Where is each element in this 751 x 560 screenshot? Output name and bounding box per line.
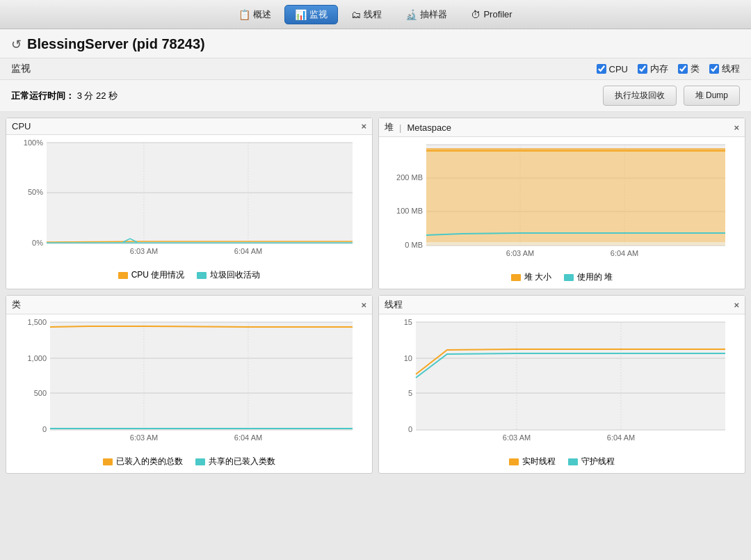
svg-text:0%: 0% — [32, 239, 43, 247]
svg-text:6:03 AM: 6:03 AM — [506, 249, 534, 257]
threads-chart-panel: 线程 × — [378, 295, 745, 474]
heap-title-left: 堆 — [385, 121, 394, 134]
heap-header-dual: 堆 | Metaspace — [385, 121, 451, 134]
svg-text:6:04 AM: 6:04 AM — [234, 433, 262, 442]
svg-text:1,500: 1,500 — [27, 319, 47, 326]
tab-overview-label: 概述 — [253, 8, 271, 21]
heap-title-right: Metaspace — [407, 122, 451, 133]
svg-text:6:04 AM: 6:04 AM — [234, 247, 262, 255]
checkbox-cpu[interactable]: CPU — [597, 64, 628, 74]
tab-overview[interactable]: 📋 概述 — [228, 5, 282, 24]
legend-gc-activity: 垃圾回收活动 — [197, 269, 260, 281]
legend-used-heap-box — [564, 274, 574, 281]
checkbox-class[interactable]: 类 — [678, 63, 700, 75]
legend-total-classes-box — [103, 458, 113, 465]
cpu-chart-svg: 100% 50% 0% 6:03 AM 6:04 AM — [12, 139, 366, 264]
tab-monitor-label: 监视 — [309, 8, 328, 21]
charts-grid: CPU × 100% — [0, 112, 751, 479]
legend-cpu-usage: CPU 使用情况 — [118, 269, 185, 281]
svg-text:6:03 AM: 6:03 AM — [130, 247, 158, 255]
cpu-chart-close[interactable]: × — [361, 121, 366, 131]
action-buttons: 执行垃圾回收 堆 Dump — [603, 86, 740, 106]
classes-chart-svg: 1,500 1,000 500 0 6:03 AM 6:04 AM — [12, 319, 366, 451]
cpu-chart-legend: CPU 使用情况 垃圾回收活动 — [12, 266, 366, 285]
uptime-bar: 正常运行时间： 3 分 22 秒 执行垃圾回收 堆 Dump — [0, 80, 751, 112]
classes-chart-title: 类 — [12, 298, 21, 311]
thread-checkbox[interactable] — [709, 64, 719, 74]
tab-threads-label: 线程 — [364, 8, 382, 21]
legend-cpu-usage-box — [118, 272, 128, 279]
classes-chart-panel: 类 × — [6, 295, 373, 474]
classes-chart-header: 类 × — [6, 296, 372, 314]
svg-rect-27 — [50, 322, 353, 430]
svg-text:6:04 AM: 6:04 AM — [607, 433, 635, 442]
monitor-title: 监视 — [11, 63, 31, 75]
tab-profiler[interactable]: ⏱ Profiler — [460, 6, 522, 24]
tab-sampler[interactable]: 🔬 抽样器 — [395, 5, 458, 24]
svg-text:6:03 AM: 6:03 AM — [130, 433, 158, 442]
cpu-chart-svg-wrapper: 100% 50% 0% 6:03 AM 6:04 AM — [12, 139, 366, 266]
heap-chart-body: 200 MB 100 MB 0 MB — [379, 137, 745, 289]
threads-chart-legend: 实时线程 守护线程 — [385, 453, 739, 472]
threads-chart-svg-wrapper: 15 10 5 0 6:03 AM 6:04 AM — [385, 319, 739, 453]
legend-live-threads: 实时线程 — [509, 456, 556, 467]
checkbox-memory[interactable]: 内存 — [638, 63, 668, 75]
svg-text:15: 15 — [404, 319, 412, 326]
main-content: ↺ BlessingServer (pid 78243) 监视 CPU 内存 类… — [0, 29, 751, 479]
legend-gc-box — [197, 272, 207, 279]
monitor-bar: 监视 CPU 内存 类 线程 — [0, 58, 751, 80]
tab-threads[interactable]: 🗂 线程 — [341, 5, 392, 24]
heap-chart-panel: 堆 | Metaspace × — [378, 118, 745, 289]
overview-icon: 📋 — [239, 9, 250, 20]
svg-text:6:03 AM: 6:03 AM — [503, 433, 531, 442]
svg-text:6:04 AM: 6:04 AM — [611, 249, 638, 257]
cpu-checkbox[interactable] — [597, 64, 606, 74]
threads-chart-close[interactable]: × — [734, 300, 739, 310]
legend-shared-classes: 共享的已装入类数 — [195, 456, 275, 467]
cpu-chart-body: 100% 50% 0% 6:03 AM 6:04 AM — [6, 135, 372, 287]
heap-chart-legend: 堆 大小 使用的 堆 — [385, 269, 739, 287]
refresh-icon[interactable]: ↺ — [11, 37, 22, 52]
svg-text:500: 500 — [34, 389, 47, 397]
svg-text:100%: 100% — [24, 139, 43, 147]
tab-monitor[interactable]: 📊 监视 — [284, 5, 338, 24]
svg-text:100 MB: 100 MB — [396, 207, 423, 215]
app-title: BlessingServer (pid 78243) — [27, 36, 205, 52]
legend-total-classes: 已装入的类的总数 — [103, 456, 183, 467]
heap-divider: | — [399, 122, 401, 133]
classes-chart-body: 1,500 1,000 500 0 6:03 AM 6:04 AM — [6, 314, 372, 473]
legend-daemon-threads-box — [568, 458, 578, 465]
legend-daemon-threads: 守护线程 — [568, 456, 615, 467]
threads-chart-title: 线程 — [385, 298, 403, 311]
svg-text:0: 0 — [42, 425, 47, 433]
cpu-chart-title: CPU — [12, 121, 31, 131]
cpu-chart-panel: CPU × 100% — [6, 118, 373, 289]
top-navigation: 📋 概述 📊 监视 🗂 线程 🔬 抽样器 ⏱ Profiler — [0, 0, 751, 29]
heap-chart-close[interactable]: × — [734, 122, 739, 133]
classes-chart-svg-wrapper: 1,500 1,000 500 0 6:03 AM 6:04 AM — [12, 319, 366, 453]
svg-text:50%: 50% — [28, 188, 43, 196]
legend-live-threads-box — [509, 458, 519, 465]
svg-text:0: 0 — [408, 425, 412, 433]
gc-button[interactable]: 执行垃圾回收 — [603, 86, 677, 106]
threads-chart-svg: 15 10 5 0 6:03 AM 6:04 AM — [385, 319, 739, 451]
heap-chart-svg-wrapper: 200 MB 100 MB 0 MB — [385, 141, 739, 269]
classes-chart-close[interactable]: × — [361, 300, 366, 310]
heap-dump-button[interactable]: 堆 Dump — [684, 86, 740, 106]
svg-rect-40 — [416, 322, 725, 430]
svg-text:10: 10 — [404, 354, 412, 362]
legend-heap-size-box — [511, 274, 521, 281]
svg-text:5: 5 — [408, 389, 412, 397]
heap-chart-header: 堆 | Metaspace × — [379, 118, 745, 137]
threads-chart-header: 线程 × — [379, 296, 745, 314]
checkbox-thread[interactable]: 线程 — [709, 63, 740, 75]
cpu-chart-header: CPU × — [6, 118, 372, 135]
sampler-icon: 🔬 — [405, 9, 417, 20]
title-bar: ↺ BlessingServer (pid 78243) — [0, 29, 751, 58]
svg-marker-24 — [426, 151, 725, 246]
svg-text:1,000: 1,000 — [27, 354, 47, 362]
uptime-display: 正常运行时间： 3 分 22 秒 — [11, 90, 118, 102]
class-checkbox[interactable] — [678, 64, 688, 74]
memory-checkbox[interactable] — [638, 64, 647, 74]
classes-chart-legend: 已装入的类的总数 共享的已装入类数 — [12, 453, 366, 472]
